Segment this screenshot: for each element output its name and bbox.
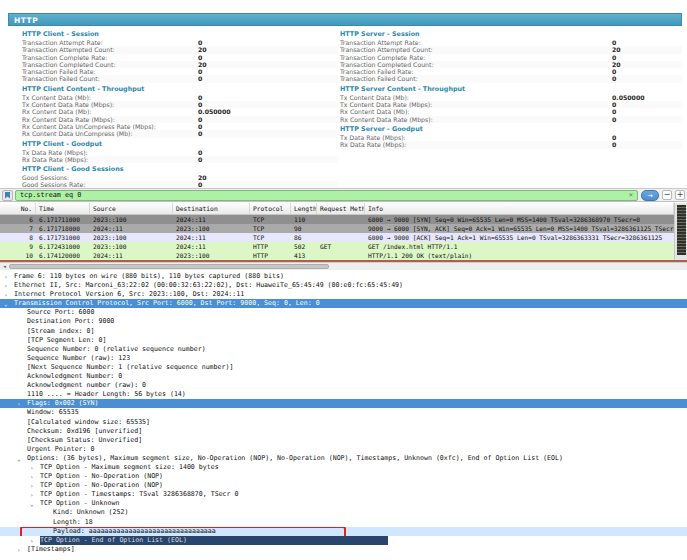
packet-row[interactable]: 66.1717110002023::1002024::11TCP1106000 … xyxy=(0,215,674,224)
column-header-length[interactable]: Length xyxy=(291,203,317,214)
detail-row[interactable]: [Checksum Status: Unverified] xyxy=(0,436,687,445)
stat-value: 20 xyxy=(198,46,207,53)
expander-closed-icon[interactable]: › xyxy=(30,463,34,472)
detail-row[interactable]: ›Frame 6: 110 bytes on wire (880 bits), … xyxy=(0,272,687,281)
detail-text: Length: 18 xyxy=(53,518,93,527)
detail-row[interactable]: Urgent Pointer: 0 xyxy=(0,445,687,454)
stat-label: Rx Content Data (Mb): xyxy=(22,108,198,115)
stat-label: Tx Content Data Rate (Mbps): xyxy=(22,101,198,108)
detail-text: TCP Option - Maximum segment size: 1400 … xyxy=(40,463,219,472)
detail-text: Destination Port: 9000 xyxy=(27,317,114,326)
detail-text: Transmission Control Protocol, Src Port:… xyxy=(14,299,320,308)
packet-cell: HTTP xyxy=(250,251,291,260)
detail-row[interactable]: Source Port: 6000 xyxy=(0,308,687,317)
detail-row[interactable]: Kind: Unknown (252) xyxy=(0,508,687,517)
stat-label: Transaction Failed Rate: xyxy=(340,68,612,75)
expander-closed-icon[interactable]: › xyxy=(17,545,21,554)
stat-row: Rx Content Data UnCompress Rate (Mbps):0 xyxy=(22,123,338,130)
detail-row[interactable]: ⌄Transmission Control Protocol, Src Port… xyxy=(0,299,687,308)
column-header-destination[interactable]: Destination xyxy=(173,203,250,214)
detail-row[interactable]: Sequence Number: 0 (relative sequence nu… xyxy=(0,345,687,354)
detail-row[interactable]: ›Flags: 0x002 (SYN) xyxy=(0,399,687,408)
display-filter-input[interactable]: tcp.stream eq 0 ✕ xyxy=(15,190,638,201)
detail-row[interactable]: [TCP Segment Len: 0] xyxy=(0,336,687,345)
detail-row[interactable]: ›[Timestamps] xyxy=(0,545,687,554)
detail-row[interactable]: ›Internet Protocol Version 6, Src: 2023:… xyxy=(0,290,687,299)
expander-closed-icon[interactable]: › xyxy=(30,481,34,490)
packet-row[interactable]: 76.1717180002024::112023::100TCP909000 →… xyxy=(0,224,674,233)
filter-plus-button[interactable]: + xyxy=(675,190,685,200)
stat-label: Good Sessions: xyxy=(22,174,198,181)
packet-list-horizontal-scrollbar[interactable]: ◄ xyxy=(0,262,687,270)
detail-row[interactable]: ⌄Options: (36 bytes), Maximum segment si… xyxy=(0,454,687,463)
detail-text: TCP Option - End of Option List (EOL) xyxy=(40,536,388,545)
stat-label: Rx Content Data Rate (Mbps): xyxy=(22,116,198,123)
expander-open-icon[interactable]: ⌄ xyxy=(17,454,21,463)
stat-value: 0 xyxy=(198,149,202,156)
hscroll-left-arrow-icon[interactable]: ◄ xyxy=(0,263,9,270)
detail-text: [TCP Segment Len: 0] xyxy=(27,336,106,345)
expander-closed-icon[interactable]: › xyxy=(4,272,8,281)
stat-label: Tx Content Data (Mb): xyxy=(340,94,612,101)
detail-row[interactable]: Acknowledgment Number: 0 xyxy=(0,372,687,381)
stat-row: Transaction Attempt Rate:0 xyxy=(22,39,338,46)
detail-row[interactable]: 1110 .... = Header Length: 56 bytes (14) xyxy=(0,390,687,399)
packet-row[interactable]: 96.1724310002023::1002024::11HTTP502GETG… xyxy=(0,242,674,251)
detail-text: TCP Option - No-Operation (NOP) xyxy=(40,481,163,490)
stat-label: Transaction Failed Rate: xyxy=(22,68,198,75)
column-header-request-method[interactable]: Request Method xyxy=(317,203,365,214)
filter-minus-button[interactable]: − xyxy=(662,190,672,200)
stat-row: Rx Content Data (Mb):0.050000 xyxy=(22,108,338,115)
expander-closed-icon[interactable]: › xyxy=(30,490,34,499)
filter-clear-icon[interactable]: ✕ xyxy=(629,190,633,200)
display-filter-bar: tcp.stream eq 0 ✕ → − + xyxy=(0,188,687,202)
detail-row[interactable]: ›TCP Option - No-Operation (NOP) xyxy=(0,481,687,490)
packet-row[interactable]: 106.1741200002024::112023::100HTTP413HTT… xyxy=(0,251,674,260)
detail-row[interactable]: [Stream index: 0] xyxy=(0,327,687,336)
detail-row[interactable]: Sequence Number (raw): 123 xyxy=(0,354,687,363)
detail-row[interactable]: ›TCP Option - Maximum segment size: 1400… xyxy=(0,463,687,472)
expander-closed-icon[interactable]: › xyxy=(30,472,34,481)
packet-cell: TCP xyxy=(250,224,291,233)
expander-open-icon[interactable]: ⌄ xyxy=(30,499,34,508)
filter-bookmark-button[interactable] xyxy=(2,190,13,201)
column-header-no-[interactable]: No. xyxy=(0,203,36,214)
expander-open-icon[interactable]: ⌄ xyxy=(4,299,8,308)
stats-section-header: HTTP Server - Session xyxy=(340,30,682,39)
expander-closed-icon[interactable]: › xyxy=(17,399,21,408)
packet-cell: 6.171718000 xyxy=(36,224,90,233)
detail-text: Urgent Pointer: 0 xyxy=(27,445,95,454)
packet-list-header[interactable]: No.TimeSourceDestinationProtocolLengthRe… xyxy=(0,203,674,215)
expander-closed-icon[interactable]: › xyxy=(4,281,8,290)
stat-row: Rx Content Data UnCompress (Mb):0 xyxy=(22,130,338,137)
packet-list-vertical-scrollbar[interactable] xyxy=(674,203,687,260)
column-header-source[interactable]: Source xyxy=(90,203,173,214)
detail-row[interactable]: ›TCP Option - Timestamps: TSval 32863688… xyxy=(0,490,687,499)
expander-closed-icon[interactable]: › xyxy=(4,290,8,299)
column-header-info[interactable]: Info xyxy=(365,203,674,214)
stats-section-rows: Tx Data Rate (Mbps):0Rx Data Rate (Mbps)… xyxy=(22,149,338,164)
expander-closed-icon[interactable]: › xyxy=(30,536,34,545)
column-header-protocol[interactable]: Protocol xyxy=(250,203,291,214)
detail-row[interactable]: Length: 18 xyxy=(0,518,687,527)
detail-row[interactable]: ›TCP Option - End of Option List (EOL) xyxy=(0,536,687,545)
detail-row[interactable]: Checksum: 0xd196 [unverified] xyxy=(0,427,687,436)
stats-section-rows: Transaction Attempt Rate:0Transaction At… xyxy=(22,39,338,83)
detail-row[interactable]: Acknowledgment number (raw): 0 xyxy=(0,381,687,390)
stat-value: 0 xyxy=(198,68,202,75)
detail-row[interactable]: ›Ethernet II, Src: Marconi_63:22:02 (00:… xyxy=(0,281,687,290)
stat-value: 0 xyxy=(612,68,616,75)
column-header-time[interactable]: Time xyxy=(36,203,90,214)
stat-value: 0 xyxy=(198,101,202,108)
detail-row[interactable]: ⌄TCP Option - Unknown xyxy=(0,499,687,508)
packet-cell: 10 xyxy=(0,251,36,260)
detail-row[interactable]: Destination Port: 9000 xyxy=(0,317,687,326)
hscroll-thumb[interactable] xyxy=(9,264,329,269)
detail-row[interactable]: [Next Sequence Number: 1 (relative seque… xyxy=(0,363,687,372)
filter-apply-button[interactable]: → xyxy=(641,190,659,201)
detail-row[interactable]: Window: 65535 xyxy=(0,408,687,417)
detail-row[interactable]: Payload: aaaaaaaaaaaaaaaaaaaaaaaaaaaaaaa… xyxy=(0,527,687,536)
packet-row[interactable]: 86.1717310002023::1002024::11TCP866000 →… xyxy=(0,233,674,242)
detail-row[interactable]: [Calculated window size: 65535] xyxy=(0,418,687,427)
detail-row[interactable]: ›TCP Option - No-Operation (NOP) xyxy=(0,472,687,481)
